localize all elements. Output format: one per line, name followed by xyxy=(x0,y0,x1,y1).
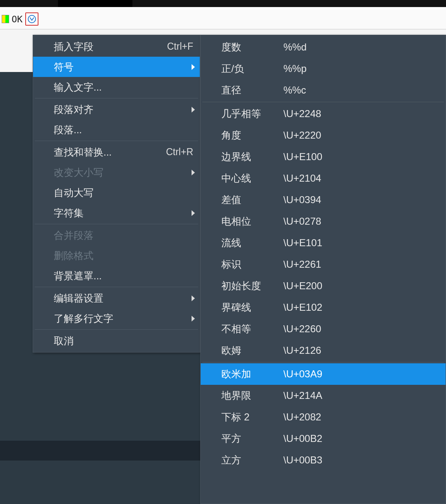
submenu-item-name: 流线 xyxy=(221,236,283,250)
submenu-item[interactable]: 边界线\U+E100 xyxy=(201,146,446,168)
submenu-item-name: 电相位 xyxy=(221,215,283,228)
menu-item[interactable]: 取消 xyxy=(33,331,200,351)
menu-item[interactable]: 自动大写 xyxy=(33,182,200,203)
menu-item[interactable]: 背景遮罩... xyxy=(33,266,200,286)
ok-button[interactable]: OK xyxy=(12,14,23,24)
menu-item: 合并段落 xyxy=(33,225,200,245)
submenu-item[interactable]: 界碑线\U+E102 xyxy=(201,297,446,318)
submenu-item-code: \U+214A xyxy=(283,390,322,401)
submenu-item-code: \U+E100 xyxy=(283,151,322,163)
toolbar-row xyxy=(0,7,446,29)
menu-item-label: 插入字段 xyxy=(54,40,159,53)
submenu-item[interactable]: 几乎相等\U+2248 xyxy=(201,103,446,125)
menu-item[interactable]: 插入字段Ctrl+F xyxy=(33,36,200,57)
submenu-item-code: %%c xyxy=(283,84,306,96)
submenu-item[interactable]: 地界限\U+214A xyxy=(201,385,446,406)
submenu-item[interactable]: 电相位\U+0278 xyxy=(201,211,446,232)
submenu-item[interactable]: 欧姆\U+2126 xyxy=(201,340,446,361)
symbol-submenu[interactable]: 度数%%d正/负%%p直径%%c几乎相等\U+2248角度\U+2220边界线\… xyxy=(200,35,446,504)
submenu-item-code: \U+0394 xyxy=(283,194,321,206)
ok-group: OK xyxy=(0,12,38,26)
menu-item-label: 符号 xyxy=(54,60,193,74)
submenu-item[interactable]: 下标 2\U+2082 xyxy=(201,406,446,428)
submenu-item-code: \U+2260 xyxy=(283,323,321,335)
submenu-item-name: 差值 xyxy=(221,193,283,206)
menu-item-label: 自动大写 xyxy=(54,186,193,199)
submenu-item[interactable]: 初始长度\U+E200 xyxy=(201,275,446,297)
submenu-arrow-icon xyxy=(192,210,195,216)
submenu-item[interactable]: 标识\U+2261 xyxy=(201,254,446,275)
menu-item[interactable]: 符号 xyxy=(33,57,200,77)
options-dropdown-button[interactable] xyxy=(25,12,38,26)
submenu-arrow-icon xyxy=(192,295,195,301)
menu-item[interactable]: 输入文字... xyxy=(33,77,200,97)
menu-separator xyxy=(35,287,198,287)
submenu-item[interactable]: 不相等\U+2260 xyxy=(201,318,446,340)
submenu-item-name: 界碑线 xyxy=(221,301,283,314)
submenu-item-code: \U+2220 xyxy=(283,130,321,141)
menu-item: 改变大小写 xyxy=(33,162,200,182)
submenu-item-name: 角度 xyxy=(221,129,283,142)
submenu-item-code: %%p xyxy=(283,63,307,74)
submenu-item-name: 不相等 xyxy=(221,322,283,336)
menu-item[interactable]: 字符集 xyxy=(33,203,200,223)
submenu-item-code: %%d xyxy=(283,41,307,53)
submenu-item[interactable]: 欧米加\U+03A9 xyxy=(201,363,446,385)
menu-item-label: 删除格式 xyxy=(54,249,193,262)
submenu-item-code: \U+E101 xyxy=(283,237,322,249)
menu-item-label: 背景遮罩... xyxy=(54,269,193,283)
menu-separator xyxy=(202,102,444,102)
menu-item-label: 段落... xyxy=(54,123,193,137)
submenu-item-name: 直径 xyxy=(221,84,283,97)
submenu-item[interactable]: 度数%%d xyxy=(201,36,446,58)
context-menu[interactable]: 插入字段Ctrl+F符号输入文字...段落对齐段落...查找和替换...Ctrl… xyxy=(33,35,200,353)
submenu-item-name: 度数 xyxy=(221,41,283,54)
submenu-item[interactable]: 流线\U+E101 xyxy=(201,232,446,254)
submenu-item-code: \U+2082 xyxy=(283,411,321,423)
submenu-item[interactable]: 差值\U+0394 xyxy=(201,189,446,211)
submenu-item-name: 标识 xyxy=(221,258,283,271)
submenu-item[interactable]: 角度\U+2220 xyxy=(201,125,446,146)
submenu-item-name: 几乎相等 xyxy=(221,107,283,120)
menu-item-shortcut: Ctrl+F xyxy=(159,41,193,52)
submenu-item-code: \U+2261 xyxy=(283,259,321,270)
submenu-item[interactable]: 直径%%c xyxy=(201,79,446,101)
menu-item: 删除格式 xyxy=(33,245,200,266)
submenu-item-code: \U+03A9 xyxy=(283,368,322,380)
menu-item[interactable]: 查找和替换...Ctrl+R xyxy=(33,142,200,162)
submenu-item-code: \U+2126 xyxy=(283,345,321,356)
menu-separator xyxy=(35,224,198,224)
tab-placeholder xyxy=(58,0,132,7)
submenu-item-name: 平方 xyxy=(221,432,283,445)
menu-item-label: 合并段落 xyxy=(54,229,193,242)
menu-item[interactable]: 段落对齐 xyxy=(33,99,200,120)
menu-item-label: 了解多行文字 xyxy=(54,312,193,325)
submenu-item-code: \U+E102 xyxy=(283,302,322,313)
submenu-item-code: \U+2248 xyxy=(283,108,321,120)
color-swatch-icon[interactable] xyxy=(2,15,9,23)
submenu-item-name: 地界限 xyxy=(221,389,283,402)
menu-item-label: 改变大小写 xyxy=(54,166,193,179)
submenu-arrow-icon xyxy=(192,64,195,70)
menu-item[interactable]: 编辑器设置 xyxy=(33,288,200,308)
submenu-item[interactable]: 中心线\U+2104 xyxy=(201,168,446,189)
submenu-item-name: 欧米加 xyxy=(221,367,283,381)
submenu-item-code: \U+00B3 xyxy=(283,454,322,466)
menu-separator xyxy=(35,141,198,141)
submenu-item[interactable]: 立方\U+00B3 xyxy=(201,449,446,471)
submenu-item[interactable]: 平方\U+00B2 xyxy=(201,428,446,449)
submenu-arrow-icon xyxy=(192,170,195,175)
menu-item-label: 查找和替换... xyxy=(54,146,158,159)
submenu-item-name: 初始长度 xyxy=(221,279,283,293)
submenu-item-name: 下标 2 xyxy=(221,410,283,424)
menu-item[interactable]: 段落... xyxy=(33,120,200,140)
menu-separator xyxy=(35,98,198,98)
submenu-item-code: \U+E200 xyxy=(283,280,322,292)
menu-item-label: 输入文字... xyxy=(54,81,193,94)
submenu-arrow-icon xyxy=(192,316,195,322)
submenu-item-code: \U+0278 xyxy=(283,216,321,227)
submenu-arrow-icon xyxy=(192,107,195,113)
submenu-item[interactable]: 正/负%%p xyxy=(201,58,446,79)
menu-item[interactable]: 了解多行文字 xyxy=(33,308,200,329)
submenu-item-code: \U+00B2 xyxy=(283,433,322,444)
